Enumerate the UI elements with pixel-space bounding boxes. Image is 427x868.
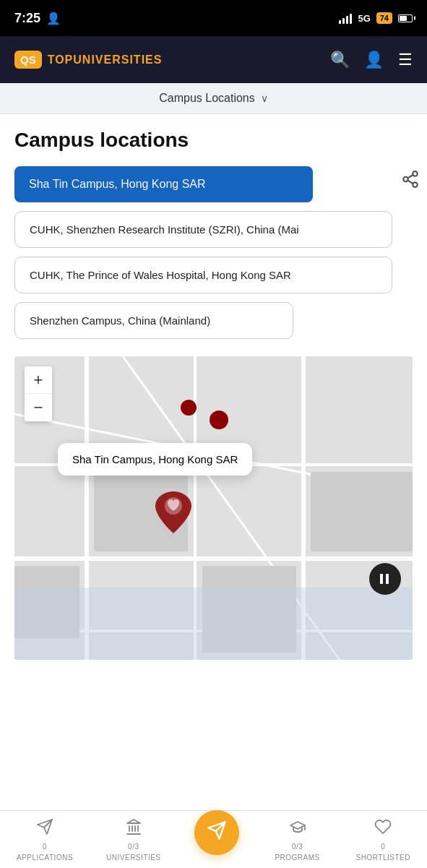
nav-icons-area: 🔍 👤 ☰ [330,51,413,69]
center-fab-button[interactable] [194,810,239,855]
universities-icon [125,818,142,840]
svg-marker-28 [127,820,140,823]
nav-item-shortlisted[interactable]: 0 SHORTLISTED [356,818,410,861]
nav-item-programs[interactable]: 0/3 PROGRAMS [272,818,323,861]
center-fab-icon [207,820,227,845]
map-controls: + − [25,366,52,421]
logo-area[interactable]: QS TOPUNIVERSITIES [14,51,162,69]
user-icon: 👤 [46,12,61,25]
qs-badge: QS [14,51,42,69]
svg-rect-17 [311,472,413,551]
applications-count: 0 [43,843,47,851]
pause-button[interactable] [369,563,401,595]
nav-item-applications[interactable]: 0 APPLICATIONS [17,818,73,861]
nav-bar: QS TOPUNIVERSITIES 🔍 👤 ☰ [0,36,427,83]
zoom-out-button[interactable]: − [25,394,52,421]
site-title: TOPUNIVERSITIES [48,53,163,66]
battery-percentage: 74 [376,12,392,24]
signal-icon [339,12,352,24]
shortlisted-icon [374,818,392,840]
profile-icon[interactable]: 👤 [364,51,384,69]
status-time-area: 7:25 👤 [14,11,61,26]
shortlisted-count: 0 [381,843,385,851]
status-bar: 7:25 👤 5G 74 [0,0,427,36]
breadcrumb-chevron: ∨ [261,93,268,104]
battery-icon [398,14,413,22]
status-right-area: 5G 74 [339,12,413,24]
5g-label: 5G [358,13,370,24]
applications-label: APPLICATIONS [17,854,73,861]
campus-button-prince-wales[interactable]: CUHK, The Prince of Wales Hospital, Hong… [14,257,392,293]
map-roads [14,356,413,660]
page-title: Campus locations [14,129,413,152]
zoom-in-button[interactable]: + [25,366,52,394]
bottom-nav: 0 APPLICATIONS 0/3 UNIVERSITIES [0,810,427,868]
campus-button-szri[interactable]: CUHK, Shenzhen Research Institute (SZRI)… [14,211,392,248]
map-pin-1[interactable] [181,400,197,416]
map-pin-2[interactable] [210,411,228,429]
shortlisted-label: SHORTLISTED [356,854,410,861]
breadcrumb[interactable]: Campus Locations ∨ [0,83,427,114]
programs-count: 0/3 [292,843,303,851]
menu-icon[interactable]: ☰ [398,51,413,69]
breadcrumb-label: Campus Locations [159,92,255,105]
time-display: 7:25 [14,11,40,26]
programs-icon [289,818,306,840]
svg-rect-19 [14,588,413,660]
map-tooltip: Sha Tin Campus, Hong Kong SAR [58,443,252,476]
programs-label: PROGRAMS [275,854,319,861]
svg-line-3 [407,181,413,184]
universities-label: UNIVERSITIES [106,854,160,861]
campus-button-shenzhen[interactable]: Shenzhen Campus, China (Mainland) [14,302,293,339]
share-button[interactable] [401,170,420,193]
applications-icon [36,818,53,840]
nav-item-universities[interactable]: 0/3 UNIVERSITIES [106,818,160,861]
map-location-pin[interactable] [152,490,195,540]
campus-list: Sha Tin Campus, Hong Kong SAR CUHK, Shen… [14,166,413,339]
main-content: Campus locations Sha Tin Campus, Hong Ko… [0,114,427,660]
universities-count: 0/3 [128,843,139,851]
search-icon[interactable]: 🔍 [330,51,350,69]
pause-icon [380,574,390,584]
map-container[interactable]: + − Sha Tin Campus, Hong Kong SAR [14,356,413,660]
campus-button-sha-tin[interactable]: Sha Tin Campus, Hong Kong SAR [14,166,313,202]
svg-line-4 [407,175,413,178]
map-background: + − Sha Tin Campus, Hong Kong SAR [14,356,413,660]
